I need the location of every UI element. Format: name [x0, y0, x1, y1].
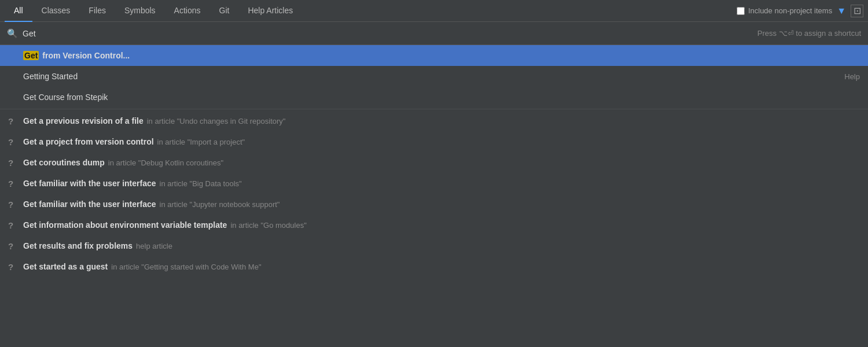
item-text-6: Get coroutines dump in article "Debug Ko… [23, 158, 860, 167]
include-non-project-checkbox[interactable] [737, 7, 745, 15]
item-icon-4: ? [8, 116, 20, 126]
item-main-11: Get started as a guest [23, 262, 108, 271]
item-text-2: Getting Started [23, 72, 844, 81]
filter-icon[interactable]: ▼ [837, 6, 846, 16]
item-sub-4: in article "Undo changes in Git reposito… [147, 117, 286, 125]
include-non-project-label: Include non-project items [748, 6, 832, 15]
item-icon-11: ? [8, 262, 20, 272]
result-item-4[interactable]: ? Get a previous revision of a file in a… [0, 110, 868, 131]
tab-classes[interactable]: Classes [32, 0, 80, 22]
item-text-3: Get Course from Stepik [23, 93, 860, 102]
results-list: Get from Version Control... Getting Star… [0, 45, 868, 277]
item-icon-8: ? [8, 200, 20, 209]
search-bar: 🔍 Press ⌥⏎ to assign a shortcut [0, 22, 868, 45]
include-non-project-area[interactable]: Include non-project items [737, 6, 832, 15]
result-item-11[interactable]: ? Get started as a guest in article "Get… [0, 256, 868, 277]
result-item-9[interactable]: ? Get information about environment vari… [0, 215, 868, 235]
tab-git[interactable]: Git [210, 0, 239, 22]
item-text-4: Get a previous revision of a file in art… [23, 116, 860, 125]
search-input[interactable] [23, 29, 757, 38]
tab-bar: All Classes Files Symbols Actions Git He… [0, 0, 868, 22]
item-text-1: Get from Version Control... [23, 51, 860, 60]
item-icon-7: ? [8, 179, 20, 189]
item-main-9: Get information about environment variab… [23, 220, 227, 230]
item-sub-5: in article "Import a project" [157, 138, 245, 146]
item-text-10: Get results and fix problems help articl… [23, 241, 860, 250]
item-sub-7: in article "Big Data tools" [160, 179, 242, 188]
highlight-get-1: Get [23, 51, 39, 60]
result-item-5[interactable]: ? Get a project from version control in … [0, 131, 868, 152]
tab-symbols[interactable]: Symbols [115, 0, 165, 22]
result-item-8[interactable]: ? Get familiar with the user interface i… [0, 194, 868, 215]
item-text-9: Get information about environment variab… [23, 220, 860, 230]
result-item-1[interactable]: Get from Version Control... [0, 45, 868, 66]
search-icon: 🔍 [7, 28, 18, 39]
item-sub-10: help article [136, 242, 172, 250]
tab-files[interactable]: Files [79, 0, 115, 22]
result-item-7[interactable]: ? Get familiar with the user interface i… [0, 173, 868, 194]
result-item-2[interactable]: Getting Started Help [0, 66, 868, 87]
item-main-5: Get a project from version control [23, 137, 154, 146]
item-icon-9: ? [8, 220, 20, 230]
result-item-6[interactable]: ? Get coroutines dump in article "Debug … [0, 152, 868, 173]
tab-all[interactable]: All [5, 0, 32, 22]
item-main-8: Get familiar with the user interface [23, 200, 156, 209]
item-text-5: Get a project from version control in ar… [23, 137, 860, 146]
item-text-7: Get familiar with the user interface in … [23, 179, 860, 188]
item-main-2: Getting Started [23, 72, 78, 81]
item-sub-11: in article "Getting started with Code Wi… [111, 263, 261, 271]
item-right-2: Help [844, 72, 860, 81]
item-text-11: Get started as a guest in article "Getti… [23, 262, 860, 271]
item-main-7: Get familiar with the user interface [23, 179, 156, 188]
item-text-8: Get familiar with the user interface in … [23, 200, 860, 209]
item-icon-5: ? [8, 137, 20, 147]
layout-icon[interactable]: ⊡ [851, 5, 863, 17]
item-sub-9: in article "Go modules" [230, 221, 306, 230]
tab-right-controls: Include non-project items ▼ ⊡ [737, 5, 863, 17]
item-sub-6: in article "Debug Kotlin coroutines" [108, 158, 223, 167]
divider-1 [0, 109, 868, 109]
item-main-1: from Version Control... [42, 51, 130, 60]
item-icon-10: ? [8, 241, 20, 251]
item-main-3: Get Course from Stepik [23, 93, 108, 102]
result-item-3[interactable]: Get Course from Stepik [0, 87, 868, 108]
item-sub-8: in article "Jupyter notebook support" [160, 200, 280, 209]
item-main-10: Get results and fix problems [23, 241, 133, 250]
item-main-4: Get a previous revision of a file [23, 116, 144, 125]
tab-help-articles[interactable]: Help Articles [238, 0, 302, 22]
item-icon-6: ? [8, 158, 20, 168]
tab-actions[interactable]: Actions [165, 0, 210, 22]
shortcut-hint: Press ⌥⏎ to assign a shortcut [757, 29, 861, 38]
item-main-6: Get coroutines dump [23, 158, 105, 167]
result-item-10[interactable]: ? Get results and fix problems help arti… [0, 235, 868, 256]
